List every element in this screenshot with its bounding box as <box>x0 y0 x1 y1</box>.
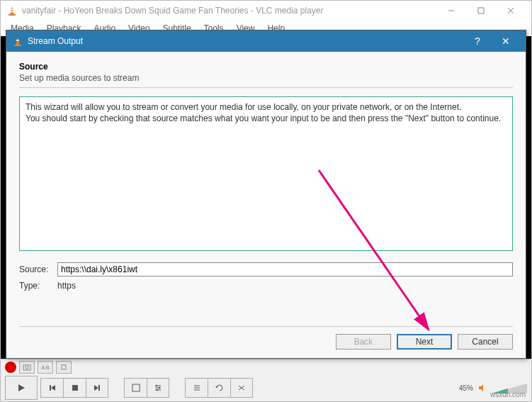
skip-back-icon <box>48 384 57 392</box>
svg-marker-0 <box>10 6 14 15</box>
play-button[interactable] <box>5 376 38 400</box>
close-button[interactable] <box>496 1 526 21</box>
loop-button[interactable] <box>208 378 230 398</box>
play-icon <box>16 383 26 393</box>
fullscreen-button[interactable] <box>124 378 147 398</box>
section-title: Source <box>19 62 513 72</box>
svg-marker-15 <box>94 385 98 391</box>
next-button[interactable]: Next <box>397 334 452 350</box>
svg-rect-2 <box>11 9 13 11</box>
svg-rect-14 <box>72 385 78 391</box>
watermark: wsxdn.com <box>490 391 526 398</box>
dialog-title: Stream Output <box>28 36 463 46</box>
dialog-close-button[interactable]: ✕ <box>492 35 520 47</box>
source-input[interactable] <box>57 262 513 277</box>
svg-rect-17 <box>132 384 140 391</box>
wizard-textbox: This wizard will allow you to stream or … <box>19 96 513 251</box>
svg-marker-27 <box>215 386 218 388</box>
frame-icon <box>60 364 67 371</box>
svg-marker-28 <box>479 384 483 391</box>
section-subtitle: Set up media sources to stream <box>19 73 513 83</box>
control-bar: A B 45% <box>1 359 531 401</box>
wizard-line1: This wizard will allow you to stream or … <box>26 101 506 113</box>
cancel-button[interactable]: Cancel <box>458 334 513 350</box>
svg-marker-12 <box>51 385 55 391</box>
loop-icon <box>215 384 224 392</box>
window-title: vanityfair - HoYeon Breaks Down Squid Ga… <box>22 6 436 16</box>
list-icon <box>193 384 201 392</box>
vlc-titlebar: vanityfair - HoYeon Breaks Down Squid Ga… <box>1 1 531 21</box>
help-button[interactable]: ? <box>463 35 492 47</box>
ab-loop-button[interactable]: A B <box>38 361 53 374</box>
type-label: Type: <box>19 281 57 291</box>
shuffle-icon <box>237 384 246 392</box>
vlc-cone-icon <box>12 35 23 47</box>
svg-rect-13 <box>50 385 51 391</box>
svg-marker-29 <box>16 37 20 45</box>
fullscreen-icon <box>132 384 140 392</box>
type-value: https <box>57 281 76 291</box>
frame-button[interactable] <box>56 361 72 374</box>
svg-point-21 <box>156 385 157 386</box>
maximize-button[interactable] <box>466 1 496 21</box>
minimize-button[interactable] <box>436 1 466 21</box>
record-button[interactable] <box>5 362 16 373</box>
playlist-button[interactable] <box>185 378 208 398</box>
svg-point-9 <box>26 367 28 369</box>
back-button[interactable]: Back <box>336 334 391 350</box>
svg-rect-1 <box>9 14 16 16</box>
svg-point-22 <box>159 387 160 389</box>
ext-settings-button[interactable] <box>147 378 169 398</box>
volume-label: 45% <box>459 384 473 392</box>
vlc-cone-icon <box>6 5 18 16</box>
divider <box>19 87 513 88</box>
svg-marker-11 <box>18 384 25 391</box>
stream-output-dialog: Stream Output ? ✕ Source Set up media so… <box>6 30 526 359</box>
next-button[interactable] <box>86 378 108 398</box>
sliders-icon <box>154 384 162 392</box>
svg-point-23 <box>157 389 158 391</box>
speaker-icon[interactable] <box>477 383 487 393</box>
dialog-titlebar: Stream Output ? ✕ <box>6 30 526 52</box>
wizard-line2: You should start by checking that source… <box>26 113 506 124</box>
svg-rect-5 <box>478 8 484 13</box>
svg-rect-31 <box>16 40 19 41</box>
shuffle-button[interactable] <box>230 378 253 398</box>
svg-rect-3 <box>11 11 14 13</box>
skip-fwd-icon <box>93 384 101 392</box>
source-label: Source: <box>19 264 57 274</box>
snapshot-button[interactable] <box>19 361 35 374</box>
svg-rect-30 <box>14 45 21 46</box>
camera-icon <box>23 364 31 371</box>
stop-button[interactable] <box>63 378 86 398</box>
svg-rect-16 <box>98 385 100 391</box>
stop-icon <box>72 384 79 391</box>
prev-button[interactable] <box>40 378 63 398</box>
svg-rect-10 <box>62 365 66 369</box>
